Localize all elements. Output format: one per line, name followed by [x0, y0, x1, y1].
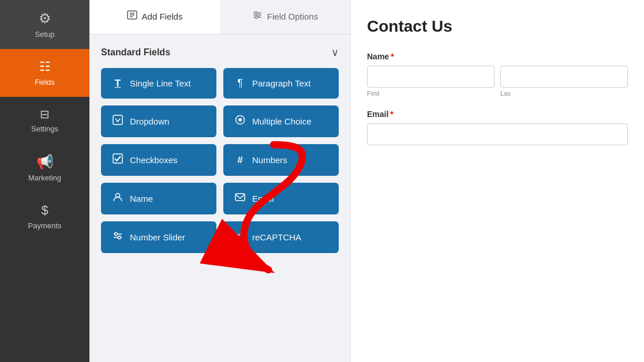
preview-title: Contact Us: [367, 17, 628, 36]
name-inputs-row: First Las: [367, 66, 628, 97]
svg-point-8: [257, 14, 260, 16]
svg-point-7: [254, 12, 257, 14]
first-name-wrap: First: [367, 66, 495, 97]
main-panel: Add Fields Field Options Standard Fields…: [89, 0, 350, 362]
paragraph-text-icon: ¶: [234, 77, 246, 89]
dropdown-icon: [111, 115, 124, 128]
gear-icon: ⚙: [39, 10, 51, 27]
first-name-input[interactable]: [367, 66, 495, 88]
numbers-icon: #: [234, 154, 246, 166]
sidebar-item-payments[interactable]: $ Payments: [0, 193, 89, 240]
tab-field-options[interactable]: Field Options: [220, 0, 350, 34]
email-icon: [234, 192, 246, 205]
name-required-star: *: [391, 52, 394, 61]
multiple-choice-icon: [234, 115, 246, 128]
svg-rect-10: [113, 115, 122, 125]
checkboxes-icon: [111, 153, 124, 167]
sidebar-item-setup[interactable]: ⚙ Setup: [0, 0, 89, 49]
sidebar-item-marketing[interactable]: 📢 Marketing: [0, 144, 89, 193]
field-btn-paragraph-text-label: Paragraph Text: [252, 78, 310, 88]
email-label: Email *: [367, 110, 628, 119]
field-btn-dropdown-label: Dropdown: [130, 116, 169, 126]
section-header: Standard Fields ∨: [101, 46, 339, 59]
name-label: Name *: [367, 52, 628, 61]
name-icon: [111, 192, 124, 205]
field-btn-email[interactable]: Email: [223, 183, 339, 214]
field-btn-paragraph-text[interactable]: ¶ Paragraph Text: [223, 68, 339, 99]
field-btn-checkboxes[interactable]: Checkboxes: [101, 144, 216, 176]
sidebar-label-marketing: Marketing: [28, 174, 61, 182]
svg-point-18: [115, 233, 118, 236]
field-btn-name[interactable]: Name: [101, 183, 216, 214]
tab-add-fields[interactable]: Add Fields: [89, 0, 220, 34]
field-options-tab-icon: [252, 10, 263, 22]
dollar-icon: $: [41, 203, 48, 218]
section-title: Standard Fields: [101, 47, 170, 58]
last-name-hint: Las: [500, 90, 628, 97]
form-email-group: Email *: [367, 110, 628, 145]
tab-field-options-label: Field Options: [267, 12, 318, 21]
recaptcha-icon: G: [234, 232, 246, 243]
field-btn-number-slider-label: Number Slider: [130, 232, 185, 242]
field-btn-multiple-choice-label: Multiple Choice: [252, 116, 312, 126]
field-btn-recaptcha-label: reCAPTCHA: [252, 232, 301, 242]
megaphone-icon: 📢: [36, 154, 54, 170]
field-btn-checkboxes-label: Checkboxes: [130, 155, 178, 165]
field-btn-numbers-label: Numbers: [252, 155, 287, 165]
sidebar-label-fields: Fields: [35, 78, 55, 86]
email-required-star: *: [390, 110, 393, 119]
sliders-icon: ⊟: [40, 107, 50, 121]
fields-area: Standard Fields ∨ T Single Line Text ¶ P…: [89, 35, 350, 265]
last-name-input[interactable]: [500, 66, 628, 88]
field-btn-number-slider[interactable]: Number Slider: [101, 221, 216, 253]
tabs-bar: Add Fields Field Options: [89, 0, 350, 35]
add-fields-tab-icon: [127, 10, 137, 22]
sidebar-item-fields[interactable]: ☷ Fields: [0, 49, 89, 97]
section-collapse-icon[interactable]: ∨: [331, 46, 339, 59]
sidebar-label-payments: Payments: [28, 221, 62, 230]
fields-icon: ☷: [39, 59, 51, 74]
form-name-group: Name * First Las: [367, 52, 628, 97]
sidebar-label-settings: Settings: [31, 125, 58, 133]
field-btn-recaptcha[interactable]: G reCAPTCHA: [223, 221, 339, 253]
sidebar-label-setup: Setup: [35, 30, 55, 39]
preview-panel: Contact Us Name * First Las Email *: [350, 0, 644, 362]
field-btn-dropdown[interactable]: Dropdown: [101, 105, 216, 137]
svg-point-19: [118, 236, 121, 239]
field-btn-numbers[interactable]: # Numbers: [223, 144, 339, 176]
tab-add-fields-label: Add Fields: [142, 12, 183, 21]
single-line-text-icon: T: [111, 78, 124, 89]
field-btn-name-label: Name: [130, 194, 153, 203]
field-btn-single-line-text-label: Single Line Text: [130, 78, 191, 88]
field-btn-single-line-text[interactable]: T Single Line Text: [101, 68, 216, 99]
field-btn-email-label: Email: [252, 194, 274, 203]
svg-rect-13: [113, 154, 122, 163]
field-btn-multiple-choice[interactable]: Multiple Choice: [223, 105, 339, 137]
number-slider-icon: [111, 231, 124, 244]
sidebar-item-settings[interactable]: ⊟ Settings: [0, 97, 89, 144]
svg-point-9: [255, 16, 257, 18]
svg-point-12: [238, 118, 242, 122]
last-name-wrap: Las: [500, 66, 628, 97]
svg-rect-15: [235, 194, 245, 201]
email-input[interactable]: [367, 123, 628, 145]
fields-grid: T Single Line Text ¶ Paragraph Text Drop…: [101, 68, 339, 253]
sidebar: ⚙ Setup ☷ Fields ⊟ Settings 📢 Marketing …: [0, 0, 89, 362]
first-name-hint: First: [367, 90, 495, 97]
